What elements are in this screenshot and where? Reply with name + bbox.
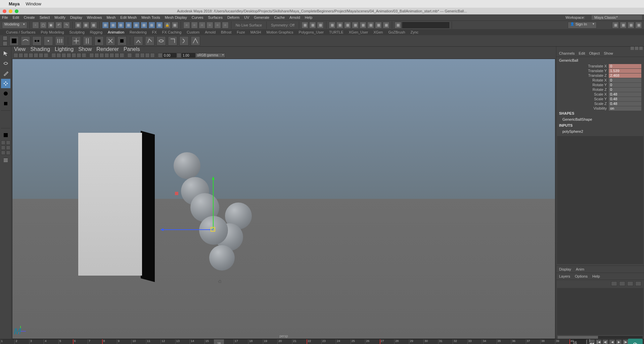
layer-movedown-button[interactable]	[619, 281, 625, 286]
imageplane-icon[interactable]	[34, 53, 38, 58]
panel-menu-panels[interactable]: Panels	[124, 46, 140, 52]
camera-attr-icon[interactable]	[24, 53, 28, 58]
move-tool[interactable]	[1, 79, 10, 88]
open-scene-button[interactable]: ▢	[40, 22, 47, 28]
shelf-tab[interactable]: Curves / Surfaces	[6, 30, 35, 34]
layer-newselected-button[interactable]	[635, 281, 641, 286]
menu-uv[interactable]: UV	[244, 15, 249, 19]
smoothshade-icon[interactable]	[94, 53, 99, 58]
shelf-motiontrail-button[interactable]	[21, 36, 30, 46]
select-tool[interactable]	[1, 49, 10, 58]
shelf-scaleconstraint-button[interactable]	[179, 36, 189, 46]
snap-grid-button[interactable]: ○	[183, 22, 190, 28]
menu-edit[interactable]: Edit	[13, 15, 19, 19]
mask-deform-button[interactable]: ▦	[133, 22, 140, 28]
attr-value[interactable]: 0	[609, 78, 641, 82]
manip-center-handle[interactable]	[211, 227, 215, 232]
attreditor-toggle-icon[interactable]	[635, 47, 638, 50]
menu-select[interactable]: Select	[40, 15, 50, 19]
last-tool[interactable]	[1, 130, 10, 140]
select-hierarchy-button[interactable]: ▦	[75, 22, 82, 28]
xray-icon[interactable]	[135, 53, 140, 58]
shelf-tab[interactable]: Arnold	[205, 30, 216, 34]
layer-moveup-button[interactable]	[611, 281, 617, 286]
attr-label[interactable]: Translate Y	[559, 69, 609, 73]
cb-tab-object[interactable]: Object	[589, 51, 600, 55]
highlight-button[interactable]: ▦	[172, 22, 178, 28]
menu-help[interactable]: Help	[305, 15, 313, 19]
select-component-button[interactable]: ▦	[90, 22, 97, 28]
snap-projcenter-button[interactable]: ○	[206, 22, 213, 28]
textured-icon[interactable]	[99, 53, 104, 58]
shadows-icon[interactable]	[109, 53, 114, 58]
attr-label[interactable]: Scale X	[559, 92, 609, 96]
shelf-aimconstraint-button[interactable]	[191, 36, 200, 46]
attr-value[interactable]: 0	[609, 88, 641, 92]
playback-start-button[interactable]: |◀◀	[589, 339, 595, 344]
greasepencil-icon[interactable]	[44, 53, 48, 58]
rotate-tool[interactable]	[1, 89, 10, 98]
shelf-pointconstraint-button[interactable]	[156, 36, 166, 46]
menu-curves[interactable]: Curves	[192, 15, 203, 19]
shelf-ikhandle-button[interactable]	[134, 36, 143, 46]
shelf-orientconstraint-button[interactable]	[168, 36, 177, 46]
menu-modify[interactable]: Modify	[54, 15, 65, 19]
mask-dynamic-button[interactable]: ▦	[141, 22, 147, 28]
camera-lock-icon[interactable]	[18, 53, 23, 58]
light-editor-button[interactable]: ▦	[367, 22, 374, 28]
sidebar-toggle-3[interactable]: ▦	[628, 22, 634, 28]
snap-viewplane-button[interactable]: ○	[214, 22, 221, 28]
mask-joint-button[interactable]: ▦	[110, 22, 117, 28]
render-view-button[interactable]: ▦	[329, 22, 335, 28]
shelf-timeslider-button[interactable]	[55, 36, 64, 46]
layout-four-button[interactable]	[6, 140, 10, 145]
snap-point-button[interactable]: ○	[199, 22, 205, 28]
panel-menu-shading[interactable]: Shading	[30, 46, 50, 52]
shelf-tab[interactable]: Zync	[411, 30, 419, 34]
snap-curve-button[interactable]: ○	[191, 22, 198, 28]
lights-icon[interactable]	[104, 53, 109, 58]
timeline-current-indicator[interactable]: 16	[214, 339, 224, 344]
shelf-setkey-button[interactable]	[72, 36, 81, 46]
manip-y-axis[interactable]	[213, 179, 214, 229]
workspace-selector[interactable]: Maya Classic*	[592, 15, 642, 20]
app-name[interactable]: Maya	[9, 1, 20, 6]
redo-button[interactable]: ↷	[63, 22, 70, 28]
layerpanel-menu-options[interactable]: Options	[575, 274, 588, 278]
input-node[interactable]: polySphere2	[556, 128, 644, 135]
shelf-tab[interactable]: Fuze	[237, 30, 245, 34]
shelf-dynconstraint-button[interactable]	[32, 36, 42, 46]
shelf-tab[interactable]: XGen_User	[349, 30, 368, 34]
menu-meshdisplay[interactable]: Mesh Display	[165, 15, 187, 19]
bookmark-icon[interactable]	[29, 53, 33, 58]
menu-deform[interactable]: Deform	[227, 15, 239, 19]
menu-generate[interactable]: Generate	[254, 15, 269, 19]
pause-button[interactable]: ▦	[375, 22, 382, 28]
attr-label[interactable]: Translate X	[559, 64, 609, 68]
colorspace-selector[interactable]: sRGB gamma	[195, 53, 225, 58]
render-frame-button[interactable]: ▦	[336, 22, 343, 28]
snap-live-button[interactable]: ○	[222, 22, 229, 28]
exposure-icon[interactable]	[158, 53, 163, 58]
panel-menu-show[interactable]: Show	[78, 46, 92, 52]
shelf-ghost-button[interactable]	[9, 36, 19, 46]
resgate-icon[interactable]	[61, 53, 66, 58]
layout-single-button[interactable]	[1, 140, 5, 145]
playback-prevkey-button[interactable]: |◀	[596, 339, 602, 344]
attr-label[interactable]: Translate Z	[559, 73, 609, 77]
shelf-tab[interactable]: Bifrost	[221, 30, 231, 34]
construction-history-button[interactable]: ▦	[302, 22, 308, 28]
attr-label[interactable]: Rotate Y	[559, 83, 609, 87]
timeline-keyframe[interactable]	[102, 339, 103, 344]
xrayjoints-icon[interactable]	[140, 53, 145, 58]
object-name[interactable]: GenericBall	[556, 57, 644, 64]
layerpanel-tab-display[interactable]: Display	[559, 267, 571, 271]
mask-misc-button[interactable]: ▦	[156, 22, 163, 28]
attr-label[interactable]: Visibility	[559, 106, 609, 110]
isolate-icon[interactable]	[127, 53, 132, 58]
time-slider[interactable]: 1234567891011121314151617181920212223242…	[0, 339, 644, 344]
shelf-tab[interactable]: Rigging	[90, 30, 102, 34]
new-scene-button[interactable]: ▫	[32, 22, 39, 28]
close-icon[interactable]	[3, 9, 6, 13]
shelf-tab[interactable]: XGen	[373, 30, 383, 34]
